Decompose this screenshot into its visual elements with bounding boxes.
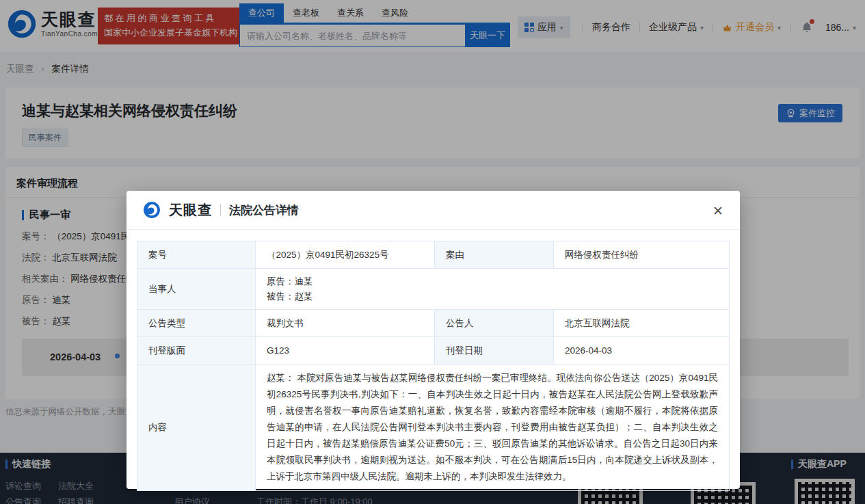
- party-defendant: 被告：赵某: [267, 289, 718, 304]
- cell-label: 刊登版面: [137, 337, 256, 364]
- cell-label: 公告人: [435, 310, 554, 337]
- table-row: 刊登版面 G123 刊登日期 2026-04-03: [137, 337, 730, 364]
- announcement-content: 赵某： 本院对原告迪某与被告赵某网络侵权责任纠纷一案已审理终结。现依法向你公告送…: [256, 364, 730, 491]
- modal-title: 法院公告详情: [229, 202, 299, 218]
- cell-value: 2026-04-03: [554, 337, 730, 364]
- table-row: 案号 （2025）京0491民初26325号 案由 网络侵权责任纠纷: [137, 241, 730, 269]
- cell-label: 案由: [435, 241, 554, 269]
- cell-value: 北京互联网法院: [554, 310, 730, 337]
- announcement-table: 案号 （2025）京0491民初26325号 案由 网络侵权责任纠纷 当事人 原…: [137, 241, 730, 491]
- close-icon[interactable]: ✕: [710, 200, 726, 222]
- cell-value: 原告：迪某 被告：赵某: [256, 269, 730, 310]
- cell-label: 刊登日期: [435, 337, 554, 364]
- party-plaintiff: 原告：迪某: [267, 274, 718, 289]
- cell-label: 公告类型: [137, 310, 256, 337]
- cell-label: 案号: [137, 241, 256, 269]
- modal-header: 天眼查 法院公告详情 ✕: [127, 191, 740, 230]
- modal-brand-name: 天眼查: [169, 201, 212, 220]
- modal-title-divider: [220, 204, 221, 216]
- modal-logo-icon: [143, 201, 161, 219]
- cell-value: 裁判文书: [256, 310, 435, 337]
- cell-value: （2025）京0491民初26325号: [256, 241, 435, 269]
- page: 天眼查 TianYanCha.com 都在用的商业查询工具 国家中小企业发展子基…: [0, 0, 865, 504]
- cell-value: G123: [256, 337, 435, 364]
- court-announcement-modal: 天眼查 法院公告详情 ✕ 案号 （2025）京0491民初26325号 案由 网…: [127, 191, 740, 489]
- cell-label: 内容: [137, 364, 256, 491]
- table-row: 公告类型 裁判文书 公告人 北京互联网法院: [137, 310, 730, 337]
- table-row: 内容 赵某： 本院对原告迪某与被告赵某网络侵权责任纠纷一案已审理终结。现依法向你…: [137, 364, 730, 491]
- cell-label: 当事人: [137, 269, 256, 310]
- table-row: 当事人 原告：迪某 被告：赵某: [137, 269, 730, 310]
- cell-value: 网络侵权责任纠纷: [554, 241, 730, 269]
